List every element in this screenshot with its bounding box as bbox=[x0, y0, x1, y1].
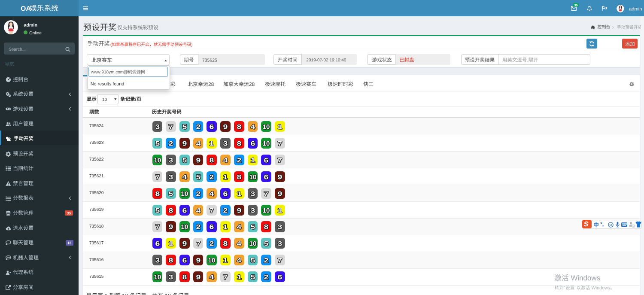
svg-text:12: 12 bbox=[632, 225, 635, 227]
